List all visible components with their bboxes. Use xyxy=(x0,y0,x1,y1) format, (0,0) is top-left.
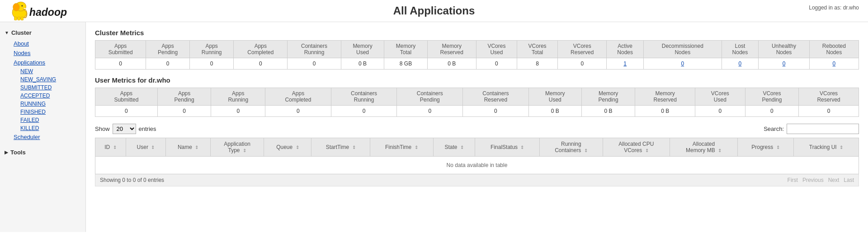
user-metrics-row: 0 0 0 0 0 0 0 0 B 0 B 0 B 0 0 0 xyxy=(95,106,859,117)
active-nodes-link[interactable]: 1 xyxy=(623,60,627,67)
cm-val-vcores-used: 0 xyxy=(476,58,517,70)
col-allocated-cpu[interactable]: Allocated CPUVCores ⇕ xyxy=(603,138,670,157)
sidebar-item-running[interactable]: RUNNING xyxy=(16,100,85,108)
um-col-containers-pending: ContainersPending xyxy=(397,88,463,106)
search-input[interactable] xyxy=(787,124,859,134)
cm-val-memory-used: 0 B xyxy=(341,58,384,70)
content: Cluster Metrics AppsSubmitted AppsPendin… xyxy=(86,22,868,232)
sidebar-links: About Nodes Applications NEW NEW_SAVING … xyxy=(0,39,85,142)
previous-button[interactable]: Previous xyxy=(802,177,824,183)
queue-sort-icon: ⇕ xyxy=(296,145,299,150)
cm-col-vcores-used: VCoresUsed xyxy=(476,41,517,58)
sidebar-item-killed[interactable]: KILLED xyxy=(16,124,85,132)
entries-label: entries xyxy=(139,125,156,132)
cm-col-memory-used: MemoryUsed xyxy=(341,41,384,58)
login-info: Logged in as: dr.who xyxy=(809,5,859,11)
cm-val-lost-nodes: 0 xyxy=(722,58,759,70)
um-col-memory-reserved: MemoryReserved xyxy=(635,88,695,106)
col-finalstatus[interactable]: FinalStatus ⇕ xyxy=(475,138,540,157)
col-queue[interactable]: Queue ⇕ xyxy=(264,138,311,157)
um-col-vcores-reserved: VCoresReserved xyxy=(799,88,859,106)
cm-val-active-nodes: 1 xyxy=(607,58,644,70)
um-col-apps-submitted: AppsSubmitted xyxy=(95,88,158,106)
um-col-containers-reserved: ContainersReserved xyxy=(463,88,529,106)
sidebar-item-failed[interactable]: FAILED xyxy=(16,116,85,124)
sidebar-item-finished[interactable]: FINISHED xyxy=(16,108,85,116)
um-val-apps-completed: 0 xyxy=(265,106,331,117)
cluster-arrow-icon: ▼ xyxy=(5,30,9,35)
finalstatus-sort-icon: ⇕ xyxy=(520,145,524,150)
sidebar-item-submitted[interactable]: SUBMITTED xyxy=(16,84,85,92)
state-sort-icon: ⇕ xyxy=(460,145,464,150)
cm-col-memory-total: MemoryTotal xyxy=(384,41,427,58)
um-val-memory-pending: 0 B xyxy=(581,106,635,117)
cluster-section[interactable]: ▼ Cluster xyxy=(0,27,85,39)
main-layout: ▼ Cluster About Nodes Applications NEW N… xyxy=(0,22,868,232)
name-sort-icon: ⇕ xyxy=(195,145,198,150)
col-allocated-memory[interactable]: AllocatedMemory MB ⇕ xyxy=(670,138,738,157)
col-application-type[interactable]: ApplicationType ⇕ xyxy=(211,138,264,157)
sidebar-item-scheduler[interactable]: Scheduler xyxy=(9,132,85,142)
tools-arrow-icon: ▶ xyxy=(5,150,8,155)
page-title: All Applications xyxy=(393,5,475,17)
cluster-label: Cluster xyxy=(11,29,32,36)
entries-select[interactable]: 10 20 25 50 100 xyxy=(113,124,136,134)
cm-col-containers-running: ContainersRunning xyxy=(288,41,341,58)
cm-col-vcores-total: VCoresTotal xyxy=(517,41,558,58)
table-controls: Show 10 20 25 50 100 entries Search: xyxy=(95,124,859,134)
um-val-apps-pending: 0 xyxy=(157,106,211,117)
search-label: Search: xyxy=(764,125,784,132)
cm-col-decommissioned-nodes: DecommissionedNodes xyxy=(644,41,722,58)
um-val-vcores-used: 0 xyxy=(695,106,745,117)
col-state[interactable]: State ⇕ xyxy=(433,138,475,157)
decommissioned-nodes-link[interactable]: 0 xyxy=(681,60,684,67)
trackingui-sort-icon: ⇕ xyxy=(840,145,843,150)
sidebar-item-accepted[interactable]: ACCEPTED xyxy=(16,92,85,100)
next-button[interactable]: Next xyxy=(828,177,840,183)
col-tracking-ui[interactable]: Tracking UI ⇕ xyxy=(793,138,859,157)
unhealthy-nodes-link[interactable]: 0 xyxy=(783,60,786,67)
user-metrics-title: User Metrics for dr.who xyxy=(95,76,859,84)
pagination-links: First Previous Next Last xyxy=(788,177,854,183)
tools-section[interactable]: ▶ Tools xyxy=(0,146,85,158)
cm-val-rebooted-nodes: 0 xyxy=(809,58,859,70)
um-val-vcores-pending: 0 xyxy=(745,106,799,117)
um-col-memory-used: MemoryUsed xyxy=(528,88,581,106)
search-area: Search: xyxy=(764,124,859,134)
first-button[interactable]: First xyxy=(788,177,798,183)
sidebar-item-new[interactable]: NEW xyxy=(16,67,85,75)
col-user[interactable]: User ⇕ xyxy=(126,138,165,157)
cluster-metrics-row: 0 0 0 0 0 0 B 8 GB 0 B 0 8 0 1 0 0 0 0 xyxy=(95,58,859,70)
sidebar-item-applications[interactable]: Applications xyxy=(9,58,85,67)
sidebar-item-new-saving[interactable]: NEW_SAVING xyxy=(16,75,85,84)
um-val-apps-running: 0 xyxy=(211,106,265,117)
um-val-vcores-reserved: 0 xyxy=(799,106,859,117)
col-id[interactable]: ID ⇕ xyxy=(95,138,126,157)
um-val-memory-reserved: 0 B xyxy=(635,106,695,117)
col-name[interactable]: Name ⇕ xyxy=(166,138,211,157)
um-col-vcores-pending: VCoresPending xyxy=(745,88,799,106)
lost-nodes-link[interactable]: 0 xyxy=(739,60,742,67)
runningcontainers-sort-icon: ⇕ xyxy=(584,148,588,153)
cm-val-unhealthy-nodes: 0 xyxy=(759,58,809,70)
logo-area: hadoop xyxy=(9,0,68,23)
tools-label: Tools xyxy=(10,149,26,156)
col-starttime[interactable]: StartTime ⇕ xyxy=(311,138,370,157)
cm-col-lost-nodes: LostNodes xyxy=(722,41,759,58)
um-col-containers-running: ContainersRunning xyxy=(331,88,397,106)
col-running-containers[interactable]: RunningContainers ⇕ xyxy=(540,138,603,157)
sidebar-item-about[interactable]: About xyxy=(9,39,85,48)
user-metrics-table: AppsSubmitted AppsPending AppsRunning Ap… xyxy=(95,88,859,117)
um-val-containers-running: 0 xyxy=(331,106,397,117)
cm-col-apps-pending: AppsPending xyxy=(146,41,190,58)
id-sort-icon: ⇕ xyxy=(113,145,117,150)
rebooted-nodes-link[interactable]: 0 xyxy=(832,60,835,67)
col-progress[interactable]: Progress ⇕ xyxy=(737,138,793,157)
show-label: Show xyxy=(95,125,110,132)
hadoop-logo: hadoop xyxy=(9,0,68,23)
sidebar-item-nodes[interactable]: Nodes xyxy=(9,48,85,58)
col-finishtime[interactable]: FinishTime ⇕ xyxy=(370,138,433,157)
allocatedmemory-sort-icon: ⇕ xyxy=(718,148,722,153)
last-button[interactable]: Last xyxy=(844,177,854,183)
svg-rect-4 xyxy=(14,17,17,20)
